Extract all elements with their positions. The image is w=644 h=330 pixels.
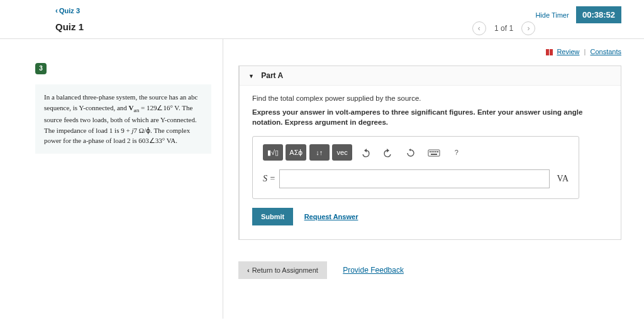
hide-timer-link[interactable]: Hide Timer [535,11,569,19]
toolbar-keyboard-button[interactable] [424,144,444,161]
toolbar-symbols-button[interactable]: ΑΣϕ [286,144,306,161]
toolbar-redo-button[interactable] [378,144,398,161]
return-label: Return to Assignment [252,266,318,274]
toolbar-reset-button[interactable] [401,144,421,161]
answer-input[interactable] [279,169,550,188]
svg-rect-0 [428,150,440,156]
svg-rect-3 [433,151,435,152]
page-title: Quiz 1 [55,21,84,32]
svg-rect-6 [431,154,437,155]
toolbar-templates-button[interactable]: ▮√▯ [263,144,283,161]
separator: | [584,48,586,55]
svg-rect-2 [431,151,433,152]
collapse-triangle-icon: ▼ [248,73,254,79]
page-counter: 1 of 1 [494,24,513,33]
pager: ‹ 1 of 1 › [472,21,536,35]
toolbar-scripts-button[interactable]: ↓↑ [309,144,330,161]
question-badge: 3 [35,63,47,74]
request-answer-link[interactable]: Request Answer [304,213,358,220]
keyboard-icon [428,149,440,157]
svg-rect-1 [430,151,431,152]
svg-rect-5 [437,151,438,152]
toolbar-vec-button[interactable]: vec [332,144,352,161]
undo-icon [360,149,370,157]
next-button[interactable]: › [521,21,535,35]
review-link[interactable]: Review [557,48,579,55]
answer-unit: VA [557,174,569,184]
instruction-primary: Find the total complex power supplied by… [252,94,608,102]
svg-rect-4 [435,151,436,152]
part-header[interactable]: ▼ Part A [240,66,621,86]
chevron-left-icon: ‹ [55,6,58,15]
review-flag-icon [545,49,553,55]
part-heading-label: Part A [261,71,283,80]
back-to-quiz-link[interactable]: ‹Quiz 3 [55,7,80,14]
reset-icon [406,149,416,157]
chevron-left-icon: ‹ [247,266,250,274]
toolbar-undo-button[interactable] [355,144,375,161]
redo-icon [383,149,393,157]
prev-button[interactable]: ‹ [472,21,486,35]
instruction-secondary: Express your answer in volt-amperes to t… [252,107,608,127]
constants-link[interactable]: Constants [590,48,621,55]
timer-display: 00:38:52 [576,6,621,23]
answer-label: S = [263,174,275,184]
return-to-assignment-button[interactable]: ‹Return to Assignment [238,261,327,279]
problem-statement: In a balanced three-phase system, the so… [35,84,211,154]
provide-feedback-link[interactable]: Provide Feedback [343,266,404,275]
toolbar-help-button[interactable]: ? [447,144,467,161]
submit-button[interactable]: Submit [252,208,293,225]
answer-box: ▮√▯ ΑΣϕ ↓↑ vec [252,136,579,199]
back-label: Quiz 3 [59,7,80,14]
